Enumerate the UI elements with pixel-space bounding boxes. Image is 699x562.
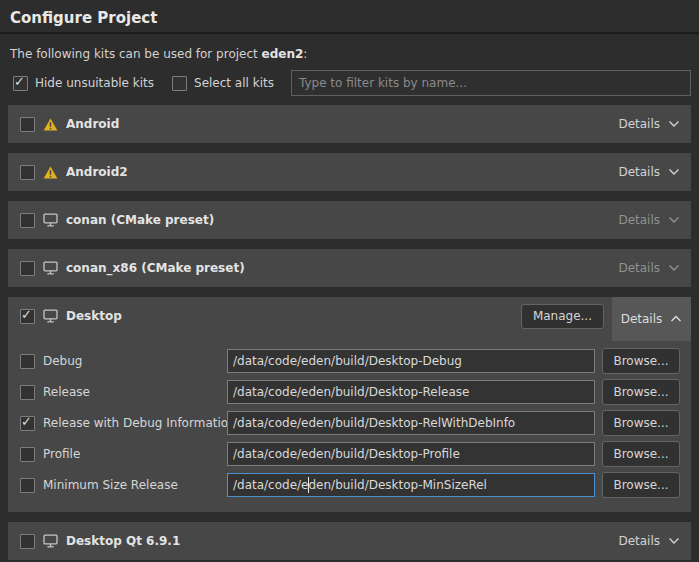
build-dir-input[interactable] (227, 442, 595, 466)
chevron-up-icon (670, 315, 682, 323)
build-config-row-debug: ✓ Debug Browse... (20, 349, 680, 373)
build-dir-input[interactable] (227, 411, 595, 435)
browse-button[interactable]: Browse... (602, 348, 680, 374)
config-checkbox[interactable]: ✓ (20, 385, 35, 400)
kit-row-conan[interactable]: ✓ conan (CMake preset) Details (8, 201, 691, 239)
details-label: Details (618, 534, 660, 548)
kit-name: Android (66, 117, 119, 131)
desktop-icon (43, 261, 58, 275)
chevron-down-icon (668, 264, 680, 272)
manage-kits-button[interactable]: Manage... (521, 304, 604, 329)
kit-checkbox[interactable]: ✓ (20, 309, 35, 324)
details-button[interactable]: Details (618, 261, 680, 275)
warning-icon (43, 118, 58, 131)
kit-name: conan_x86 (CMake preset) (66, 261, 245, 275)
desktop-icon (43, 534, 58, 548)
kit-name: Desktop Qt 6.9.1 (66, 534, 180, 548)
select-all-label[interactable]: Select all kits (194, 76, 274, 90)
config-label: Release with Debug Information (43, 416, 236, 430)
project-name: eden2 (262, 47, 304, 61)
browse-button[interactable]: Browse... (602, 472, 680, 498)
filter-bar: ✓ Hide unsuitable kits ✓ Select all kits (13, 70, 691, 96)
kit-checkbox[interactable]: ✓ (20, 534, 35, 549)
kit-name: conan (CMake preset) (66, 213, 214, 227)
chevron-down-icon (668, 120, 680, 128)
kit-row-android2[interactable]: ✓ Android2 Details (8, 153, 691, 191)
details-label: Details (618, 165, 660, 179)
config-checkbox[interactable]: ✓ (20, 416, 35, 431)
config-label: Profile (43, 447, 80, 461)
desktop-icon (43, 213, 58, 227)
build-config-row-profile: ✓ Profile Browse... (20, 442, 680, 466)
kits-description-text: The following kits can be used for proje… (10, 47, 262, 61)
check-icon: ✓ (21, 414, 32, 429)
kit-checkbox[interactable]: ✓ (20, 261, 35, 276)
kits-description: The following kits can be used for proje… (10, 47, 689, 61)
text-caret (308, 477, 309, 493)
hide-unsuitable-label[interactable]: Hide unsuitable kits (35, 76, 154, 90)
check-icon: ✓ (21, 307, 32, 322)
build-config-row-relwithdebinfo: ✓ Release with Debug Information Browse.… (20, 411, 680, 435)
details-label: Details (618, 213, 660, 227)
kit-row-conan-x86[interactable]: ✓ conan_x86 (CMake preset) Details (8, 249, 691, 287)
browse-button[interactable]: Browse... (602, 379, 680, 405)
desktop-icon (43, 309, 58, 323)
chevron-down-icon (668, 537, 680, 545)
warning-icon (43, 166, 58, 179)
check-icon: ✓ (14, 74, 25, 89)
build-dir-input[interactable] (227, 380, 595, 404)
details-button-open[interactable]: Details (612, 297, 691, 341)
build-config-row-release: ✓ Release Browse... (20, 380, 680, 404)
chevron-down-icon (668, 216, 680, 224)
hide-unsuitable-checkbox[interactable]: ✓ (13, 76, 28, 91)
kit-filter-input[interactable] (291, 70, 691, 96)
config-label: Release (43, 385, 90, 399)
kit-name: Android2 (66, 165, 128, 179)
kit-row-desktop[interactable]: ✓ Desktop Manage... (8, 297, 691, 335)
details-button[interactable]: Details (618, 534, 680, 548)
build-dir-input[interactable] (227, 349, 595, 373)
details-button[interactable]: Details (618, 213, 680, 227)
kit-checkbox[interactable]: ✓ (20, 213, 35, 228)
config-checkbox[interactable]: ✓ (20, 478, 35, 493)
browse-button[interactable]: Browse... (602, 441, 680, 467)
config-label: Debug (43, 354, 82, 368)
kit-block-desktop: ✓ Desktop Manage... Details ✓ Debug (8, 297, 691, 512)
kit-list: ✓ Android Details ✓ Android2 Details (8, 105, 691, 562)
kit-checkbox[interactable]: ✓ (20, 117, 35, 132)
details-button[interactable]: Details (618, 117, 680, 131)
kits-description-suffix: : (303, 47, 307, 61)
page-title: Configure Project (0, 0, 699, 34)
browse-button[interactable]: Browse... (602, 410, 680, 436)
build-dir-input[interactable] (227, 473, 595, 497)
kit-row-desktop-qt-691[interactable]: ✓ Desktop Qt 6.9.1 Details (8, 522, 691, 560)
config-checkbox[interactable]: ✓ (20, 447, 35, 462)
kit-row-android[interactable]: ✓ Android Details (8, 105, 691, 143)
details-label: Details (618, 117, 660, 131)
details-label: Details (618, 261, 660, 275)
kit-name: Desktop (66, 309, 122, 323)
config-checkbox[interactable]: ✓ (20, 354, 35, 369)
details-label: Details (621, 312, 663, 326)
build-config-row-minsizerel: ✓ Minimum Size Release Browse... (20, 473, 680, 497)
config-label: Minimum Size Release (43, 478, 178, 492)
kit-checkbox[interactable]: ✓ (20, 165, 35, 180)
chevron-down-icon (668, 168, 680, 176)
details-button[interactable]: Details (618, 165, 680, 179)
select-all-checkbox[interactable]: ✓ (172, 76, 187, 91)
configure-project-dialog: Configure Project The following kits can… (0, 0, 699, 562)
